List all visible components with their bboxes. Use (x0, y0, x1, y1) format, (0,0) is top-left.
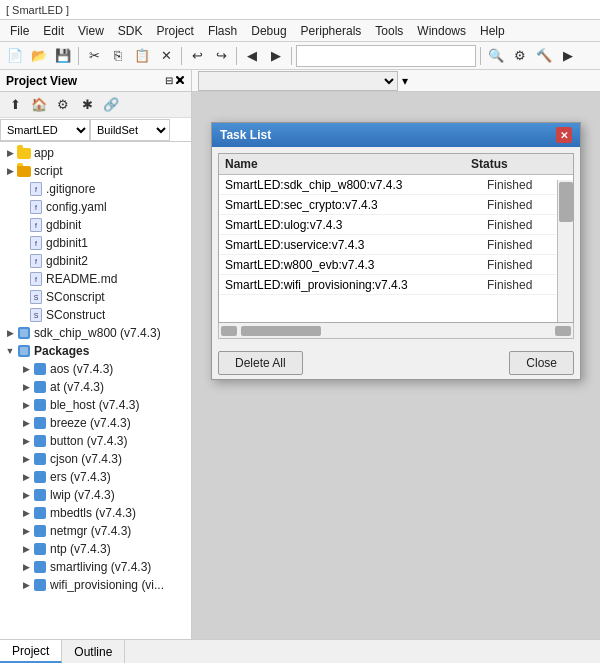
task-row-5[interactable]: SmartLED:wifi_provisioning:v7.4.3 Finish… (219, 275, 573, 295)
content-dropdown-arrow[interactable]: ▾ (402, 74, 408, 88)
tree-item-gitignore[interactable]: ▶ f .gitignore (0, 180, 191, 198)
h-scrollbar-thumb[interactable] (241, 326, 321, 336)
tree-item-netmgr[interactable]: ▶ netmgr (v7.4.3) (0, 522, 191, 540)
file-icon-gdbinit1: f (28, 236, 44, 250)
build-btn[interactable]: 🔨 (533, 45, 555, 67)
sep2 (181, 47, 182, 65)
tree-item-gdbinit[interactable]: ▶ f gdbinit (0, 216, 191, 234)
menu-windows[interactable]: Windows (411, 22, 472, 40)
task-row-2[interactable]: SmartLED:ulog:v7.4.3 Finished (219, 215, 573, 235)
menu-file[interactable]: File (4, 22, 35, 40)
arrow-script: ▶ (4, 165, 16, 177)
tree-item-gdbinit2[interactable]: ▶ f gdbinit2 (0, 252, 191, 270)
task-name-4: SmartLED:w800_evb:v7.4.3 (225, 258, 487, 272)
redo-btn[interactable]: ↪ (210, 45, 232, 67)
undo-btn[interactable]: ↩ (186, 45, 208, 67)
sidebar-home-btn[interactable]: 🏠 (28, 94, 50, 116)
save-btn[interactable]: 💾 (52, 45, 74, 67)
pkg-icon-sdk-chip (16, 326, 32, 340)
sidebar-settings-btn[interactable]: ⚙ (52, 94, 74, 116)
paste-btn[interactable]: 📋 (131, 45, 153, 67)
tree-item-breeze[interactable]: ▶ breeze (v7.4.3) (0, 414, 191, 432)
tree-item-button[interactable]: ▶ button (v7.4.3) (0, 432, 191, 450)
arrow-cjson: ▶ (20, 453, 32, 465)
sidebar-up-btn[interactable]: ⬆ (4, 94, 26, 116)
dialog-body: Name Status SmartLED:sdk_chip_w800:v7.4.… (212, 147, 580, 345)
dialog-close-action-button[interactable]: Close (509, 351, 574, 375)
menu-flash[interactable]: Flash (202, 22, 243, 40)
run-btn[interactable]: ▶ (557, 45, 579, 67)
task-row-0[interactable]: SmartLED:sdk_chip_w800:v7.4.3 Finished (219, 175, 573, 195)
sidebar-star-btn[interactable]: ✱ (76, 94, 98, 116)
tree-item-cjson[interactable]: ▶ cjson (v7.4.3) (0, 450, 191, 468)
menu-project[interactable]: Project (151, 22, 200, 40)
file-icon-readme: f (28, 272, 44, 286)
pkg-icon-wifi-prov (32, 578, 48, 592)
tree-item-script[interactable]: ▶ script (0, 162, 191, 180)
menu-sdk[interactable]: SDK (112, 22, 149, 40)
menu-help[interactable]: Help (474, 22, 511, 40)
label-gdbinit2: gdbinit2 (46, 254, 88, 268)
buildset-select[interactable]: BuildSet (90, 119, 170, 141)
tree-item-smartliving[interactable]: ▶ smartliving (v7.4.3) (0, 558, 191, 576)
tree-item-app[interactable]: ▶ app (0, 144, 191, 162)
task-table-body[interactable]: SmartLED:sdk_chip_w800:v7.4.3 Finished S… (219, 175, 573, 319)
tab-project[interactable]: Project (0, 640, 62, 663)
menu-edit[interactable]: Edit (37, 22, 70, 40)
label-gdbinit1: gdbinit1 (46, 236, 88, 250)
tree-item-lwip[interactable]: ▶ lwip (v7.4.3) (0, 486, 191, 504)
tree-item-sconscript[interactable]: ▶ S SConscript (0, 288, 191, 306)
dialog-title-bar: Task List ✕ (212, 123, 580, 147)
arrow-wifi-prov: ▶ (20, 579, 32, 591)
delete-btn[interactable]: ✕ (155, 45, 177, 67)
menu-debug[interactable]: Debug (245, 22, 292, 40)
dialog-close-button[interactable]: ✕ (556, 127, 572, 143)
sidebar-link-btn[interactable]: 🔗 (100, 94, 122, 116)
fwd-btn[interactable]: ▶ (265, 45, 287, 67)
tree-item-ntp[interactable]: ▶ ntp (v7.4.3) (0, 540, 191, 558)
tree-item-gdbinit1[interactable]: ▶ f gdbinit1 (0, 234, 191, 252)
tree-item-readme[interactable]: ▶ f README.md (0, 270, 191, 288)
cut-btn[interactable]: ✂ (83, 45, 105, 67)
new-btn[interactable]: 📄 (4, 45, 26, 67)
tree-item-wifi-prov[interactable]: ▶ wifi_provisioning (vi... (0, 576, 191, 594)
tree-item-ble-host[interactable]: ▶ ble_host (v7.4.3) (0, 396, 191, 414)
tree-item-aos[interactable]: ▶ aos (v7.4.3) (0, 360, 191, 378)
menu-peripherals[interactable]: Peripherals (295, 22, 368, 40)
task-row-1[interactable]: SmartLED:sec_crypto:v7.4.3 Finished (219, 195, 573, 215)
tree-item-packages[interactable]: ▼ Packages (0, 342, 191, 360)
menu-view[interactable]: View (72, 22, 110, 40)
menu-tools[interactable]: Tools (369, 22, 409, 40)
content-dropdown[interactable] (198, 71, 398, 91)
h-scroll-right[interactable] (555, 326, 571, 336)
tree-item-at[interactable]: ▶ at (v7.4.3) (0, 378, 191, 396)
tree-item-sdk-chip[interactable]: ▶ sdk_chip_w800 (v7.4.3) (0, 324, 191, 342)
task-scrollbar[interactable] (557, 180, 573, 323)
task-row-4[interactable]: SmartLED:w800_evb:v7.4.3 Finished (219, 255, 573, 275)
search-btn[interactable]: 🔍 (485, 45, 507, 67)
svg-rect-15 (34, 561, 46, 573)
project-select[interactable]: SmartLED (0, 119, 90, 141)
tab-outline[interactable]: Outline (62, 640, 125, 663)
horizontal-scrollbar[interactable] (218, 323, 574, 339)
delete-all-button[interactable]: Delete All (218, 351, 303, 375)
open-btn[interactable]: 📂 (28, 45, 50, 67)
tree-item-config[interactable]: ▶ f config.yaml (0, 198, 191, 216)
search-toolbar-input[interactable] (296, 45, 476, 67)
panel-minimize-btn[interactable]: ⊟ (165, 75, 173, 86)
sidebar: ⬆ 🏠 ⚙ ✱ 🔗 SmartLED BuildSet ▶ app ▶ (0, 92, 192, 639)
copy-btn[interactable]: ⎘ (107, 45, 129, 67)
back-btn[interactable]: ◀ (241, 45, 263, 67)
content-area: Task List ✕ Name Status (192, 92, 600, 639)
pkg-icon-cjson (32, 452, 48, 466)
tree-item-sconstruct[interactable]: ▶ S SConstruct (0, 306, 191, 324)
h-scroll-left[interactable] (221, 326, 237, 336)
tree-item-mbedtls[interactable]: ▶ mbedtls (v7.4.3) (0, 504, 191, 522)
task-scrollbar-thumb[interactable] (559, 182, 573, 222)
sep3 (236, 47, 237, 65)
arrow-button: ▶ (20, 435, 32, 447)
task-row-3[interactable]: SmartLED:uservice:v7.4.3 Finished (219, 235, 573, 255)
panel-close-btn[interactable]: 🗙 (175, 75, 185, 86)
settings-btn[interactable]: ⚙ (509, 45, 531, 67)
tree-item-ers[interactable]: ▶ ers (v7.4.3) (0, 468, 191, 486)
